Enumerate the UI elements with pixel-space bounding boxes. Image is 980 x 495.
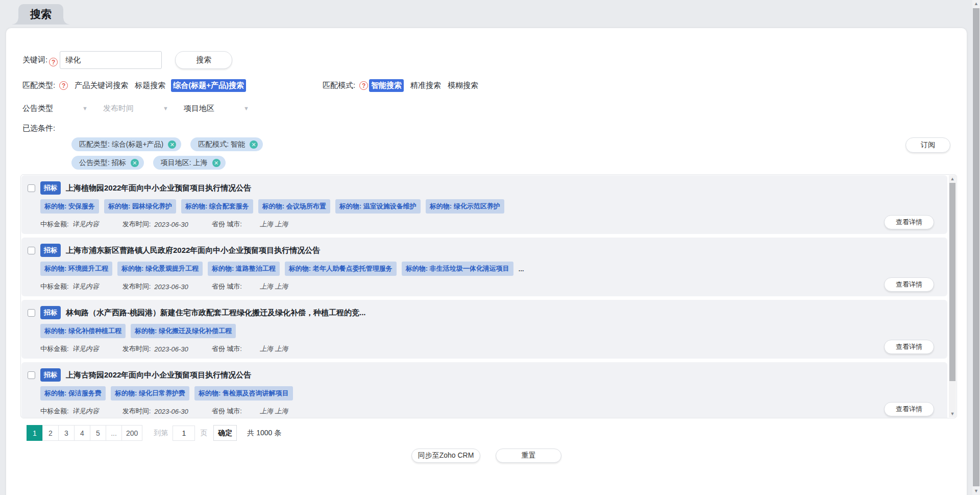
subject-tag[interactable]: 标的物: 环境提升工程 (40, 262, 112, 276)
goto-page-input[interactable] (173, 426, 195, 441)
match-type-group: 匹配类型: ? 产品关键词搜索标题搜索综合(标题+产品)搜索 (22, 79, 246, 92)
filter-dropdown[interactable]: 公告类型▼ (22, 102, 103, 115)
subject-tag[interactable]: 标的物: 非生活垃圾一体化清运项目 (402, 262, 513, 276)
condition-pill: 项目地区: 上海✕ (153, 156, 226, 170)
page-button[interactable]: 3 (58, 425, 75, 441)
condition-rows: 匹配类型: 综合(标题+产品)✕匹配模式: 智能✕公告类型: 招标✕项目地区: … (71, 137, 950, 170)
help-icon[interactable]: ? (49, 58, 58, 66)
match-type-label: 匹配类型: (22, 81, 55, 90)
subject-tag[interactable]: 标的物: 安保服务 (40, 199, 99, 214)
result-title[interactable]: 上海市浦东新区曹路镇人民政府2022年面向中小企业预留项目执行情况公告 (66, 246, 320, 255)
remove-condition-icon[interactable]: ✕ (168, 140, 176, 149)
remove-condition-icon[interactable]: ✕ (250, 140, 258, 149)
subject-tag[interactable]: 标的物: 综合配套服务 (181, 199, 253, 214)
match-mode-option[interactable]: 模糊搜索 (448, 81, 478, 90)
keyword-input[interactable] (60, 51, 162, 69)
match-type-option[interactable]: 标题搜索 (135, 81, 165, 90)
page-button[interactable]: 2 (42, 425, 59, 441)
page-ellipsis[interactable]: ... (106, 425, 122, 441)
subject-tag[interactable]: 标的物: 绿化景观提升工程 (117, 262, 203, 276)
help-icon[interactable]: ? (59, 81, 68, 90)
subject-tag[interactable]: 标的物: 绿化示范区养护 (426, 199, 504, 214)
tab-search[interactable]: 搜索 (18, 4, 63, 25)
match-type-option[interactable]: 综合(标题+产品)搜索 (171, 79, 246, 92)
region-label: 省份 城市: (212, 344, 242, 353)
subject-tag[interactable]: 标的物: 绿化补偿种植工程 (40, 324, 126, 338)
publish-date-label: 发布时间: (122, 407, 151, 416)
result-header: 招标 上海植物园2022年面向中小企业预留项目执行情况公告 (28, 181, 939, 195)
match-mode-option[interactable]: 智能搜索 (369, 79, 404, 92)
amount-value: 详见内容 (72, 344, 99, 353)
selected-conditions-area: 匹配类型: 综合(标题+产品)✕匹配模式: 智能✕公告类型: 招标✕项目地区: … (71, 137, 950, 170)
list-scrollbar[interactable]: ▲ ▼ (949, 175, 956, 417)
view-details-button[interactable]: 查看详情 (884, 340, 934, 354)
region-value: 上海 上海 (260, 282, 288, 291)
goto-confirm-button[interactable]: 确定 (213, 425, 237, 441)
remove-condition-icon[interactable]: ✕ (212, 159, 220, 167)
publish-date-label: 发布时间: (122, 282, 151, 291)
page-scrollbar[interactable]: ▲ ▼ (972, 0, 980, 495)
result-title[interactable]: 上海植物园2022年面向中小企业预留项目执行情况公告 (66, 183, 251, 193)
scroll-down-icon[interactable]: ▼ (972, 487, 980, 495)
view-details-button[interactable]: 查看详情 (884, 215, 934, 229)
subject-tag[interactable]: 标的物: 售检票及咨询讲解项目 (194, 386, 293, 400)
reset-button[interactable]: 重置 (496, 449, 561, 463)
condition-text: 项目地区: 上海 (161, 158, 208, 168)
result-header: 招标 上海市浦东新区曹路镇人民政府2022年面向中小企业预留项目执行情况公告 (28, 244, 939, 257)
list-scrollbar-thumb[interactable] (949, 183, 955, 381)
view-details-button[interactable]: 查看详情 (884, 402, 934, 416)
match-mode-label: 匹配模式: (323, 81, 355, 90)
scroll-up-icon[interactable]: ▲ (972, 0, 980, 8)
result-checkbox[interactable] (28, 309, 35, 317)
subject-tag[interactable]: 标的物: 老年人助餐点委托管理服务 (285, 262, 397, 276)
page-button[interactable]: 4 (74, 425, 90, 441)
filter-row: 公告类型▼发布时间▼项目地区▼ (22, 102, 967, 115)
page-button[interactable]: 5 (90, 425, 106, 441)
result-header: 招标 林甸路（水产西路-桃园港）新建住宅市政配套工程绿化搬迁及绿化补偿，种植工程… (28, 306, 939, 319)
match-mode-option[interactable]: 精准搜索 (410, 81, 441, 90)
publish-date-label: 发布时间: (122, 344, 151, 353)
result-meta: 中标金额:详见内容 发布时间:2023-06-30 省份 城市:上海 上海 (40, 344, 939, 353)
result-checkbox[interactable] (28, 371, 35, 379)
scroll-up-icon[interactable]: ▲ (949, 175, 956, 182)
result-title[interactable]: 林甸路（水产西路-桃园港）新建住宅市政配套工程绿化搬迁及绿化补偿，种植工程的竞.… (66, 308, 366, 318)
subscribe-button[interactable]: 订阅 (905, 137, 950, 153)
subject-tag[interactable]: 标的物: 绿化日常养护费 (111, 386, 189, 400)
condition-text: 匹配类型: 综合(标题+产品) (79, 140, 163, 149)
subject-tag[interactable]: 标的物: 温室设施设备维护 (335, 199, 421, 214)
match-type-option[interactable]: 产品关键词搜索 (75, 81, 128, 90)
view-details-button[interactable]: 查看详情 (884, 277, 934, 292)
page-button[interactable]: 1 (27, 425, 43, 441)
help-icon[interactable]: ? (359, 81, 368, 90)
subject-tag[interactable]: 标的物: 会议场所布置 (258, 199, 330, 214)
page-scrollbar-thumb[interactable] (973, 8, 979, 486)
subject-tag[interactable]: 标的物: 道路整治工程 (208, 262, 280, 276)
filter-dropdown[interactable]: 发布时间▼ (103, 102, 184, 115)
result-meta: 中标金额:详见内容 发布时间:2023-06-30 省份 城市:上海 上海 (40, 282, 939, 291)
region-label: 省份 城市: (212, 407, 242, 416)
result-header: 招标 上海古猗园2022年面向中小企业预留项目执行情况公告 (28, 368, 939, 382)
scroll-down-icon[interactable]: ▼ (949, 410, 956, 417)
publish-date-value: 2023-06-30 (154, 283, 188, 291)
publish-date-label: 发布时间: (122, 220, 151, 229)
filter-dropdown[interactable]: 项目地区▼ (184, 102, 264, 115)
page-button[interactable]: 200 (121, 425, 142, 441)
subject-tag[interactable]: 标的物: 绿化搬迁及绿化补偿工程 (131, 324, 236, 338)
region-label: 省份 城市: (212, 220, 242, 229)
result-checkbox[interactable] (28, 247, 35, 254)
sync-zoho-button[interactable]: 同步至Zoho CRM (411, 449, 481, 463)
region-value: 上海 上海 (260, 344, 288, 353)
condition-text: 匹配模式: 智能 (198, 140, 245, 149)
result-tags: 标的物: 安保服务标的物: 园林绿化养护标的物: 综合配套服务标的物: 会议场所… (40, 199, 939, 214)
total-count: 共 1000 条 (247, 429, 281, 438)
result-title[interactable]: 上海古猗园2022年面向中小企业预留项目执行情况公告 (66, 370, 251, 380)
results-list: 招标 上海植物园2022年面向中小企业预留项目执行情况公告 标的物: 安保服务标… (20, 174, 957, 418)
search-button[interactable]: 搜索 (175, 51, 232, 69)
remove-condition-icon[interactable]: ✕ (131, 159, 139, 167)
subject-tag[interactable]: 标的物: 保洁服务费 (40, 386, 106, 400)
condition-pill: 匹配模式: 智能✕ (190, 137, 263, 151)
filter-label: 项目地区 (184, 104, 214, 113)
result-checkbox[interactable] (28, 184, 35, 192)
subject-tag[interactable]: 标的物: 园林绿化养护 (104, 199, 176, 214)
chevron-down-icon: ▼ (163, 105, 168, 111)
